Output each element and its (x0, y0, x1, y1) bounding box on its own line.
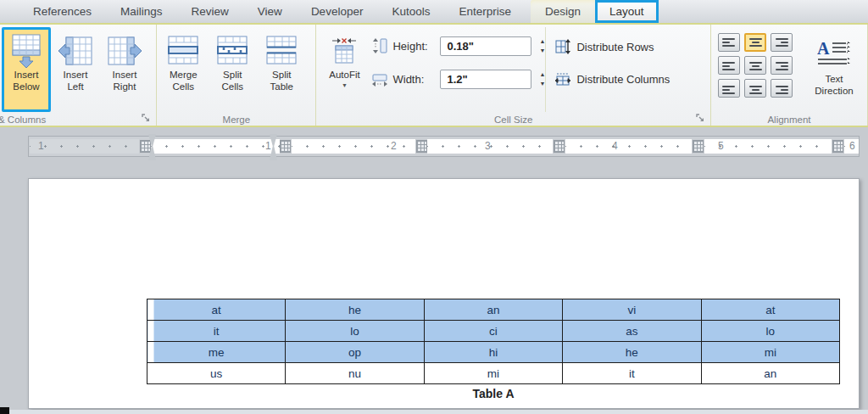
ribbon-layout-tab-content: Insert Below Insert Left (0, 25, 868, 127)
table-cell[interactable]: us (147, 363, 286, 384)
width-input[interactable] (440, 70, 531, 89)
table-cell[interactable]: lo (286, 321, 424, 342)
table-row-selected[interactable]: at he an vi at (147, 299, 840, 321)
table-cell[interactable]: he (286, 299, 424, 321)
align-center-button[interactable] (744, 56, 766, 75)
ruler-segment (565, 139, 692, 154)
align-top-center-button[interactable] (744, 33, 766, 52)
distribute-columns-label: Distribute Columns (576, 73, 670, 86)
group-alignment: A Text Direction Alignment (711, 25, 868, 126)
table-row-selected[interactable]: me op hi he mi (147, 342, 840, 363)
insert-right-button[interactable]: Insert Right (100, 27, 149, 112)
group-cell-size: AutoFit ▼ Height: ▲ (316, 25, 711, 126)
spinner-up-icon[interactable]: ▲ (539, 38, 545, 44)
table-cell[interactable]: he (563, 342, 701, 363)
table-cell[interactable]: vi (563, 299, 701, 321)
split-table-button[interactable]: Split Table (257, 27, 306, 112)
table-cell[interactable]: mi (424, 363, 562, 384)
group-merge: Merge Cells Split Cells (157, 25, 316, 126)
ruler-number: 4 (612, 140, 618, 152)
table-cell[interactable]: nu (286, 363, 424, 384)
spinner-down-icon[interactable]: ▼ (539, 81, 545, 87)
autofit-button[interactable]: AutoFit ▼ (318, 27, 370, 112)
ruler-margin-segment (30, 139, 139, 154)
tab-view[interactable]: View (243, 0, 297, 23)
align-bottom-left-button[interactable] (718, 79, 740, 98)
table-cell[interactable]: it (563, 363, 701, 384)
align-center-right-button[interactable] (771, 56, 793, 75)
document-page[interactable]: at he an vi at it lo ci as lo me op hi (28, 178, 860, 409)
ruler-table-marker-icon[interactable] (832, 140, 843, 153)
table-cell[interactable]: mi (701, 342, 839, 363)
column-width-icon (370, 70, 389, 87)
merge-cells-button[interactable]: Merge Cells (159, 27, 208, 112)
tab-design[interactable]: Design (531, 0, 595, 23)
ruler-table-marker-icon[interactable] (280, 140, 291, 153)
align-bottom-right-button[interactable] (771, 79, 793, 98)
tab-developer[interactable]: Developer (297, 0, 378, 23)
distribute-rows-label: Distribute Rows (576, 41, 654, 53)
ribbon-tab-bar: References Mailings Review View Develope… (0, 0, 868, 23)
dialog-launcher-icon[interactable] (142, 114, 152, 124)
insert-below-label: Insert Below (13, 70, 39, 93)
document-table[interactable]: at he an vi at it lo ci as lo me op hi (147, 299, 840, 384)
table-cell[interactable]: as (563, 321, 701, 342)
tab-review[interactable]: Review (177, 0, 243, 23)
table-cell[interactable]: an (701, 363, 839, 384)
text-direction-button[interactable]: A Text Direction (803, 31, 865, 98)
distribute-rows-icon (553, 38, 573, 55)
distribute-buttons: Distribute Rows Distribute Columns (545, 27, 709, 112)
ruler-number: 1 (265, 140, 271, 152)
split-cells-icon (214, 32, 250, 70)
ruler-table-marker-icon[interactable] (693, 140, 704, 153)
ruler-table-marker-icon[interactable] (416, 140, 427, 153)
table-cell[interactable]: it (147, 321, 286, 342)
table-tools-contextual-tabs: Design Layout (531, 0, 659, 23)
tab-references[interactable]: References (19, 0, 106, 23)
align-top-left-button[interactable] (718, 33, 740, 52)
table-cell[interactable]: at (701, 299, 839, 321)
table-cell[interactable]: op (286, 342, 424, 363)
autofit-icon (331, 32, 358, 70)
table-cell[interactable]: hi (424, 342, 562, 363)
alignment-grid (718, 33, 793, 98)
height-input[interactable] (440, 36, 531, 56)
table-cell[interactable]: ci (424, 321, 562, 342)
insert-left-label: Insert Left (64, 70, 88, 93)
table-row[interactable]: us nu mi it an (147, 363, 840, 384)
ruler-number: 3 (485, 140, 491, 152)
merge-cells-label: Merge Cells (170, 70, 198, 93)
align-top-right-button[interactable] (771, 33, 793, 52)
ruler-number: 2 (391, 140, 397, 152)
group-rows-and-columns: Insert Below Insert Left (0, 25, 157, 126)
align-center-left-button[interactable] (718, 56, 740, 75)
width-label: Width: (392, 73, 440, 86)
width-spinner[interactable]: ▲ ▼ (539, 71, 545, 87)
table-cell[interactable]: me (147, 342, 286, 363)
insert-left-button[interactable]: Insert Left (51, 27, 100, 112)
insert-below-icon (9, 32, 43, 70)
ruler-segment (151, 139, 280, 154)
ruler-table-marker-icon[interactable] (140, 140, 151, 153)
split-cells-button[interactable]: Split Cells (208, 27, 257, 112)
tab-kutools[interactable]: Kutools (377, 0, 444, 23)
group-label-merge: Merge (157, 115, 315, 125)
spinner-up-icon[interactable]: ▲ (539, 71, 545, 77)
distribute-rows-button[interactable]: Distribute Rows (553, 36, 709, 58)
table-row-selected[interactable]: it lo ci as lo (147, 321, 840, 342)
tab-layout[interactable]: Layout (595, 0, 659, 23)
align-bottom-center-button[interactable] (744, 79, 766, 98)
distribute-columns-button[interactable]: Distribute Columns (553, 68, 709, 90)
table-cell[interactable]: an (424, 299, 562, 321)
spinner-down-icon[interactable]: ▼ (539, 48, 545, 53)
tab-mailings[interactable]: Mailings (106, 0, 177, 23)
table-cell[interactable]: lo (701, 321, 839, 342)
table-cell[interactable]: at (147, 299, 286, 321)
insert-below-button[interactable]: Insert Below (2, 27, 51, 112)
height-spinner[interactable]: ▲ ▼ (539, 38, 545, 53)
insert-left-icon (58, 32, 93, 70)
tab-enterprise[interactable]: Enterprise (444, 0, 526, 23)
dialog-launcher-icon[interactable] (696, 114, 706, 124)
ruler-table-marker-icon[interactable] (554, 140, 565, 153)
horizontal-ruler[interactable]: 1 1 2 3 4 5 6 (28, 136, 860, 157)
